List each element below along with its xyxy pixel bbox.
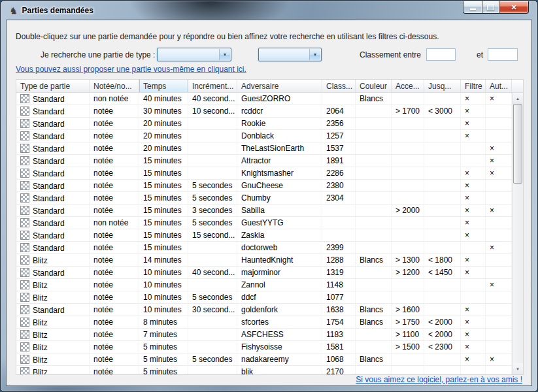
game-subtype-combobox[interactable]: ▼ — [258, 48, 322, 61]
cell-increment: 5 secondes — [188, 353, 237, 365]
vertical-scrollbar[interactable]: ▲ ▼ — [512, 93, 523, 374]
cell-auto — [486, 329, 512, 340]
cell-opponent: Fishysoisse — [237, 341, 322, 353]
cell-rated: notée — [90, 329, 139, 340]
game-type-label: Standard — [33, 269, 65, 278]
cell-rated: notée — [90, 105, 139, 117]
cell-rating — [322, 93, 356, 105]
game-row[interactable]: Blitznotée5 minutes5 secondesnadakareemy… — [16, 353, 512, 366]
game-row[interactable]: Blitznotée10 minutes5 secondesddcf1077 — [16, 291, 512, 304]
cell-increment — [188, 118, 237, 129]
game-row[interactable]: Standardnotée15 minutesAttractor1891× — [16, 155, 512, 167]
rating-min-input[interactable] — [426, 48, 456, 61]
game-row[interactable]: Standardnotée20 minutesRookie2356× — [16, 118, 512, 130]
chevron-down-icon[interactable]: ▼ — [309, 49, 320, 60]
game-row[interactable]: Standardnotée30 minutes10 second...rcddc… — [16, 105, 512, 118]
game-row[interactable]: Standardnotée15 minutes5 secondesChumby2… — [16, 192, 512, 204]
game-row[interactable]: Standardnotée15 minutesdoctorweb2399× — [16, 242, 512, 254]
game-type-label: Standard — [33, 182, 65, 191]
game-type-label: Blitz — [33, 293, 48, 302]
maximize-button[interactable] — [482, 1, 499, 14]
cell-rated: notée — [90, 142, 139, 154]
game-row[interactable]: Blitznotée14 minutesHauntedKnight1288Bla… — [16, 254, 512, 267]
cell-opponent: Knightsmasher — [237, 167, 322, 179]
cell-type: Standard — [16, 130, 90, 142]
cell-accept: > 1500 — [392, 341, 424, 353]
cell-opponent: GuestZORRO — [237, 93, 322, 105]
column-header-10[interactable]: Aut... — [486, 80, 512, 92]
cell-increment: 5 secondes — [188, 180, 237, 191]
column-header-4[interactable]: Adversaire — [237, 80, 322, 92]
game-type-label: Blitz — [33, 355, 48, 365]
game-row[interactable]: Standardnon notée15 minutes5 secondesGue… — [16, 217, 512, 229]
cell-filter — [461, 142, 486, 154]
cell-filter: × — [461, 167, 486, 179]
chessboard-icon — [20, 181, 29, 190]
cell-increment — [188, 130, 237, 142]
cell-color — [356, 229, 392, 241]
cell-rated: notée — [90, 316, 139, 328]
game-row[interactable]: Standardnotée15 minutes3 secondesSabilla… — [16, 204, 512, 217]
cell-rating: 1537 — [322, 142, 356, 154]
cell-time: 15 minutes — [139, 217, 188, 229]
share-link[interactable]: Si vous aimez ce logiciel, parlez-en à v… — [356, 375, 522, 384]
cell-until: < 2000 — [424, 329, 461, 340]
propose-game-link[interactable]: Vous pouvez aussi proposer une partie vo… — [16, 65, 246, 74]
cell-until — [424, 192, 461, 204]
close-button[interactable]: ✕ — [499, 1, 529, 14]
chessboard-icon — [20, 106, 29, 116]
column-header-6[interactable]: Couleur — [356, 80, 392, 92]
cell-time: 15 minutes — [139, 167, 188, 179]
scroll-down-button[interactable]: ▼ — [513, 363, 523, 374]
cell-rated: notée — [90, 341, 139, 353]
cell-accept — [392, 180, 424, 191]
client-area: Double-cliquez sur une partie demandée p… — [6, 20, 532, 386]
cell-accept — [392, 167, 424, 179]
column-header-2[interactable]: Temps — [139, 80, 188, 92]
game-type-label: Blitz — [33, 256, 48, 265]
chessboard-icon — [20, 367, 29, 374]
cell-opponent: GuestYYTG — [237, 217, 322, 229]
rating-max-input[interactable] — [488, 48, 518, 61]
cell-auto — [486, 217, 512, 229]
scroll-up-button[interactable]: ▲ — [513, 93, 523, 104]
minimize-button[interactable] — [463, 1, 482, 14]
column-header-7[interactable]: Acce... — [392, 80, 424, 92]
column-header-8[interactable]: Jusq... — [424, 80, 461, 92]
game-row[interactable]: Standardnotée10 minutes30 second...golde… — [16, 304, 512, 316]
cell-accept: > 1600 — [392, 304, 424, 316]
cell-filter: × — [461, 204, 486, 216]
game-row[interactable]: Blitznotée10 minutesZannol1148× — [16, 279, 512, 291]
game-row[interactable]: Standardnotée20 minutesTheLastSionEarth1… — [16, 142, 512, 155]
game-row[interactable]: Standardnotée10 minutes40 second...major… — [16, 267, 512, 279]
cell-filter — [461, 291, 486, 303]
column-header-3[interactable]: Incrément... — [188, 80, 237, 92]
cell-opponent: Sabilla — [237, 204, 322, 216]
game-row[interactable]: Standardnotée15 minutes5 secondesGnuChee… — [16, 180, 512, 192]
titlebar[interactable]: ♞ Parties demandées ✕ — [1, 1, 537, 20]
game-row[interactable]: Standardnotée15 minutes15 second...Zaski… — [16, 229, 512, 242]
column-header-5[interactable]: Class... — [322, 80, 356, 92]
column-header-1[interactable]: Notée/no... — [90, 80, 139, 92]
column-header-0[interactable]: Type de partie — [16, 80, 90, 92]
column-header-9[interactable]: Filtre — [461, 80, 486, 92]
game-type-combobox[interactable]: ▼ — [157, 48, 231, 61]
game-row[interactable]: Blitznotée7 minutesASFCHESS1183> 1100< 2… — [16, 329, 512, 341]
cell-opponent: majorminor — [237, 267, 322, 278]
cell-rating: 2399 — [322, 242, 356, 253]
chessboard-icon — [20, 342, 29, 351]
game-row[interactable]: Standardnotée15 minutesKnightsmasher2286… — [16, 167, 512, 180]
game-row[interactable]: Standardnon notée40 minutes40 second...G… — [16, 93, 512, 105]
chevron-down-icon[interactable]: ▼ — [219, 49, 230, 60]
game-row[interactable]: Blitznotée8 minutessfcortes1754Blancs> 1… — [16, 316, 512, 329]
scrollbar-thumb[interactable] — [513, 104, 522, 184]
cell-type: Blitz — [16, 366, 90, 374]
game-type-label: Blitz — [33, 331, 48, 340]
chessboard-icon — [20, 330, 29, 339]
cell-increment: 40 second... — [188, 93, 237, 105]
game-row[interactable]: Blitznotée5 minutesblik2170 — [16, 366, 512, 374]
game-row[interactable]: Standardnotée20 minutesDonblack1257× — [16, 130, 512, 142]
cell-until — [424, 291, 461, 303]
cell-filter: × — [461, 304, 486, 316]
game-row[interactable]: Blitznotée5 minutesFishysoisse1581> 1500… — [16, 341, 512, 353]
